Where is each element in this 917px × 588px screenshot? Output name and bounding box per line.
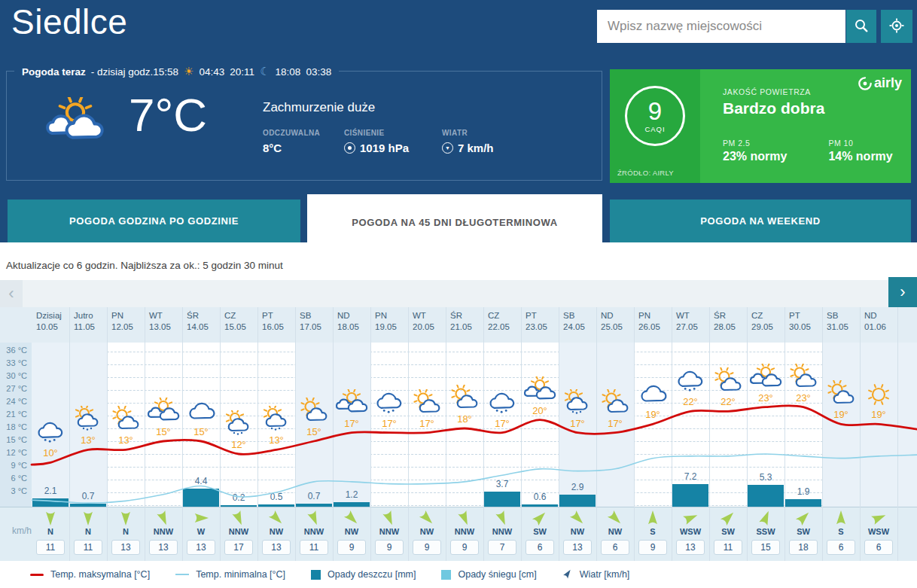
legend-item-snow: Opady śniegu [cm] xyxy=(441,569,536,580)
caqi-circle: 9 CAQI xyxy=(625,86,685,146)
wind-stat: WIATR ▼ 7 km/h xyxy=(442,129,494,154)
feels-like-label: ODCZUWALNA xyxy=(263,129,320,137)
now-title-row: Pogoda teraz - dzisiaj godz.15:58 ☀ 04:4… xyxy=(14,65,339,78)
max-temp-line-icon xyxy=(30,574,44,576)
forecast-day-column[interactable] xyxy=(370,307,408,561)
update-note: Aktualizacje co 6 godzin. Najbliższa za … xyxy=(6,260,283,271)
legend-label: Wiatr [km/h] xyxy=(580,569,630,580)
page-title: Siedlce xyxy=(11,2,127,42)
search-icon xyxy=(854,18,869,35)
y-axis-tick: 18 °C xyxy=(0,422,27,431)
pressure-label: CIŚNIENIE xyxy=(344,129,409,137)
wind-label: WIATR xyxy=(442,129,494,137)
rain-square-icon xyxy=(311,570,321,580)
moonrise-time: 18:08 xyxy=(276,66,301,78)
moonrise-icon: ☾ xyxy=(260,65,270,78)
tab-hourly[interactable]: POGODA GODZINA PO GODZINIE xyxy=(8,200,300,242)
airly-logo-icon xyxy=(858,76,873,91)
forecast-day-column[interactable] xyxy=(333,307,370,561)
sunrise-icon: ☀ xyxy=(184,65,193,78)
pm10-stat: PM 10 14% normy xyxy=(828,139,892,163)
chart-legend: Temp. maksymalna [°C] Temp. minimalna [°… xyxy=(0,561,917,588)
wind-arrow-icon xyxy=(562,568,573,581)
wind-unit-label: km/h xyxy=(12,526,32,536)
search-button[interactable] xyxy=(846,10,876,43)
forecast-day-column[interactable] xyxy=(408,307,446,561)
y-axis-tick: 21 °C xyxy=(0,410,27,419)
tab-weekend[interactable]: POGODA NA WEEKEND xyxy=(610,200,911,242)
forecast-day-column[interactable] xyxy=(220,307,257,561)
current-temperature: 7°C xyxy=(129,88,207,142)
forecast-day-column[interactable] xyxy=(822,307,860,561)
y-axis-tick: 30 °C xyxy=(0,371,27,380)
locate-button[interactable] xyxy=(881,10,912,43)
forecast-day-column[interactable] xyxy=(784,307,822,561)
caqi-value: 9 xyxy=(648,99,662,123)
air-quality-value: Bardzo dobra xyxy=(723,99,911,117)
feels-like-stat: ODCZUWALNA 8°C xyxy=(263,129,320,154)
pm25-value: 23% normy xyxy=(723,150,787,163)
forecast-day-column[interactable] xyxy=(257,307,295,561)
sunrise-time: 04:43 xyxy=(200,66,225,78)
air-quality-details-panel: JAKOŚĆ POWIETRZA Bardzo dobra PM 2.5 23%… xyxy=(700,69,911,183)
air-source-label: ŹRÓDŁO: AIRLY xyxy=(617,169,674,177)
forecast-day-column[interactable] xyxy=(709,307,747,561)
forecast-day-column[interactable] xyxy=(182,307,220,561)
search-input[interactable] xyxy=(597,10,845,43)
current-weather-panel: Pogoda teraz - dzisiaj godz.15:58 ☀ 04:4… xyxy=(6,71,602,181)
airly-logo: airly xyxy=(858,75,902,91)
legend-item-rain: Opady deszczu [mm] xyxy=(311,569,416,580)
legend-item-wind: Wiatr [km/h] xyxy=(562,568,630,581)
legend-label: Opady deszczu [mm] xyxy=(328,569,416,580)
forecast-day-column[interactable] xyxy=(521,307,559,561)
top-section: Siedlce Pogoda teraz - dzisiaj godz.15:5… xyxy=(0,0,917,242)
forecast-day-column[interactable] xyxy=(145,307,182,561)
now-title: Pogoda teraz xyxy=(22,66,86,78)
min-temp-line-icon xyxy=(175,574,189,575)
now-subtitle: - dzisiaj godz.15:58 xyxy=(91,66,178,78)
feels-like-value: 8°C xyxy=(263,142,282,154)
y-axis-tick: 36 °C xyxy=(0,346,27,355)
y-axis-tick: 3 °C xyxy=(0,486,27,495)
pressure-stat: CIŚNIENIE 1019 hPa xyxy=(344,129,409,154)
forecast-day-column[interactable] xyxy=(107,307,145,561)
pm10-value: 14% normy xyxy=(828,150,892,163)
forecast-day-column[interactable] xyxy=(446,307,483,561)
column-separator xyxy=(897,307,898,561)
forecast-day-column[interactable] xyxy=(295,307,333,561)
sunset-time: 20:11 xyxy=(230,66,254,78)
forecast-day-column[interactable] xyxy=(860,307,897,561)
pm10-label: PM 10 xyxy=(828,139,892,148)
snow-square-icon xyxy=(441,570,451,580)
forecast-day-column[interactable] xyxy=(634,307,672,561)
forecast-day-column[interactable] xyxy=(483,307,521,561)
legend-label: Temp. maksymalna [°C] xyxy=(50,569,150,580)
y-axis-tick: 12 °C xyxy=(0,448,27,457)
y-axis-tick: 33 °C xyxy=(0,358,27,367)
y-axis-tick: 27 °C xyxy=(0,384,27,393)
forecast-day-column[interactable] xyxy=(559,307,596,561)
locate-icon xyxy=(888,17,905,36)
forecast-chart: 36 °C33 °C30 °C27 °C24 °C21 °C18 °C15 °C… xyxy=(0,280,917,561)
legend-item-temp-min: Temp. minimalna [°C] xyxy=(175,569,285,580)
current-weather-icon xyxy=(43,97,108,156)
legend-label: Temp. minimalna [°C] xyxy=(196,569,285,580)
pm25-stat: PM 2.5 23% normy xyxy=(723,139,787,163)
y-axis-tick: 24 °C xyxy=(0,397,27,406)
forecast-day-column[interactable] xyxy=(747,307,784,561)
pressure-value: 1019 hPa xyxy=(360,142,409,154)
chevron-right-icon[interactable]: › xyxy=(888,277,917,307)
legend-item-temp-max: Temp. maksymalna [°C] xyxy=(30,569,150,580)
forecast-day-column[interactable] xyxy=(32,307,69,561)
moonset-time: 03:38 xyxy=(306,66,331,78)
y-axis-tick: 15 °C xyxy=(0,435,27,444)
forecast-day-column[interactable] xyxy=(69,307,107,561)
forecast-day-column[interactable] xyxy=(596,307,634,561)
tab-45-days[interactable]: POGODA NA 45 DNI DŁUGOTERMINOWA xyxy=(307,194,602,250)
weather-description: Zachmurzenie duże xyxy=(263,100,375,115)
air-quality-widget[interactable]: 9 CAQI ŹRÓDŁO: AIRLY JAKOŚĆ POWIETRZA Ba… xyxy=(610,69,911,183)
wind-value: 7 km/h xyxy=(458,142,494,154)
caqi-unit: CAQI xyxy=(644,125,665,133)
y-axis-tick: 6 °C xyxy=(0,474,27,483)
forecast-day-column[interactable] xyxy=(672,307,709,561)
